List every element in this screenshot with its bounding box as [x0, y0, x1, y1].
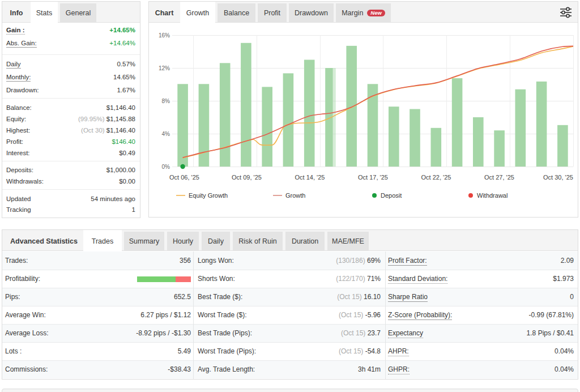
svg-text:Deposit: Deposit: [381, 192, 402, 199]
svg-text:16%: 16%: [158, 32, 169, 39]
svg-text:Oct 30, '25: Oct 30, '25: [543, 174, 573, 181]
svg-text:8%: 8%: [161, 98, 170, 104]
svg-text:12%: 12%: [158, 65, 169, 71]
svg-text:Oct 27, '25: Oct 27, '25: [484, 174, 514, 181]
svg-text:4%: 4%: [161, 131, 170, 137]
svg-text:Oct 17, '25: Oct 17, '25: [358, 174, 388, 181]
svg-text:0%: 0%: [161, 164, 170, 170]
svg-text:Oct 22, '25: Oct 22, '25: [421, 174, 451, 181]
svg-text:Oct 09, '25: Oct 09, '25: [232, 174, 262, 181]
svg-text:Equity Growth: Equity Growth: [189, 192, 228, 199]
svg-text:Oct 14, '25: Oct 14, '25: [295, 174, 325, 181]
svg-text:Growth: Growth: [285, 192, 305, 199]
svg-text:Oct 06, '25: Oct 06, '25: [169, 174, 199, 181]
svg-text:Withdrawal: Withdrawal: [477, 192, 508, 199]
